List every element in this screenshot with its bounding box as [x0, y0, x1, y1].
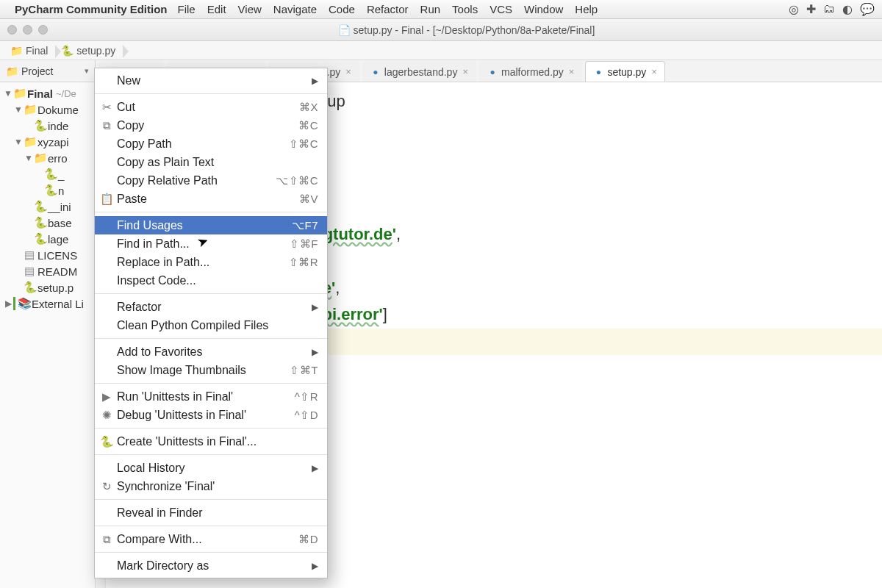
disclosure-icon[interactable]: ▶: [3, 298, 13, 309]
menu-item-add-to-favorites[interactable]: Add to Favorites▶: [95, 343, 327, 361]
menu-vcs[interactable]: VCS: [490, 3, 512, 15]
menu-item-show-image-thumbnails[interactable]: Show Image Thumbnails⇧⌘T: [95, 361, 327, 379]
menu-separator: [95, 454, 327, 455]
tree-node[interactable]: ▼📁Final~/De: [0, 85, 95, 101]
menu-item-find-usages[interactable]: Find Usages⌥F7: [95, 216, 327, 234]
close-icon[interactable]: ×: [651, 66, 657, 77]
disclosure-icon[interactable]: ▼: [3, 88, 13, 98]
menu-view[interactable]: View: [238, 3, 262, 15]
tray-icon[interactable]: 🗂: [823, 2, 835, 16]
file-icon: 📄: [338, 24, 351, 36]
menu-item-copy[interactable]: ⧉Copy⌘C: [95, 116, 327, 135]
submenu-arrow-icon: ▶: [312, 561, 318, 571]
tree-node[interactable]: 🐍lage: [0, 231, 95, 247]
menu-item-label: Reveal in Finder: [117, 506, 203, 520]
context-menu[interactable]: New▶✂Cut⌘X⧉Copy⌘CCopy Path⇧⌘CCopy as Pla…: [94, 68, 328, 578]
project-tool-header[interactable]: 📁 Project ▾: [0, 60, 96, 82]
menu-item-label: Find Usages: [117, 219, 183, 232]
breadcrumb-item[interactable]: 📁Final: [7, 43, 57, 58]
tab-malformed-py[interactable]: ●malformed.py×: [479, 61, 582, 82]
menu-item-label: Run 'Unittests in Final': [117, 390, 233, 404]
close-icon[interactable]: [7, 25, 17, 35]
tree-node[interactable]: 🐍setup.p: [0, 279, 95, 295]
close-icon[interactable]: ×: [462, 66, 468, 77]
tree-node[interactable]: 🐍__ini: [0, 198, 95, 215]
tray-icon[interactable]: ◎: [789, 2, 799, 16]
menu-item-paste[interactable]: 📋Paste⌘V: [95, 190, 327, 208]
menu-item-local-history[interactable]: Local History▶: [95, 459, 327, 477]
menu-item-icon: ▶: [99, 390, 114, 404]
menu-item-label: Copy: [117, 119, 144, 132]
menu-item-refactor[interactable]: Refactor▶: [95, 298, 327, 316]
menu-item-copy-path[interactable]: Copy Path⇧⌘C: [95, 135, 327, 153]
window-titlebar: 📄 setup.py - Final - [~/Desktop/Python/8…: [0, 19, 882, 41]
tree-label: n: [58, 184, 64, 197]
menu-item-copy-as-plain-text[interactable]: Copy as Plain Text: [95, 153, 327, 171]
tray-icon[interactable]: 💬: [860, 2, 875, 16]
menu-item-new[interactable]: New▶: [95, 71, 327, 90]
close-icon[interactable]: ×: [569, 66, 575, 77]
menu-item-debug-unittests-in-final[interactable]: ✺Debug 'Unittests in Final'^⇧D: [95, 406, 327, 424]
menu-item-compare-with[interactable]: ⧉Compare With...⌘D: [95, 530, 327, 548]
menu-item-icon: ⧉: [99, 119, 114, 132]
tab-setup-py[interactable]: ●setup.py×: [585, 61, 665, 82]
python-icon: 🐍: [34, 119, 46, 132]
chevron-down-icon[interactable]: ▾: [85, 66, 89, 76]
menu-tools[interactable]: Tools: [452, 3, 478, 15]
txt-icon: ▤: [24, 248, 35, 262]
zoom-icon[interactable]: [38, 25, 48, 35]
disclosure-icon[interactable]: ▼: [24, 153, 34, 163]
disclosure-icon[interactable]: ▼: [13, 104, 24, 115]
project-tree[interactable]: ▼📁Final~/De▼📁Dokume🐍inde▼📁xyzapi▼📁erro🐍_…: [0, 82, 96, 588]
tree-node[interactable]: 🐍n: [0, 182, 95, 198]
menu-item-synchronize-final[interactable]: ↻Synchronize 'Final': [95, 477, 327, 495]
tree-node[interactable]: ▼📁erro: [0, 150, 95, 166]
menu-code[interactable]: Code: [329, 3, 355, 15]
tree-node[interactable]: ▤READM: [0, 263, 95, 279]
breadcrumb-label: setup.py: [76, 45, 115, 57]
menu-item-reveal-in-finder[interactable]: Reveal in Finder: [95, 503, 327, 522]
menu-item-mark-directory-as[interactable]: Mark Directory as▶: [95, 556, 327, 575]
menu-item-cut[interactable]: ✂Cut⌘X: [95, 98, 327, 116]
menu-help[interactable]: Help: [575, 3, 598, 15]
tree-node[interactable]: ▼📁Dokume: [0, 101, 95, 118]
menu-item-create-unittests-in-final[interactable]: 🐍Create 'Unittests in Final'...: [95, 432, 327, 451]
close-icon[interactable]: ×: [345, 66, 351, 77]
menu-refactor[interactable]: Refactor: [367, 3, 409, 15]
traffic-lights[interactable]: [7, 25, 48, 35]
tree-node[interactable]: 🐍base: [0, 215, 95, 231]
menu-navigate[interactable]: Navigate: [273, 3, 317, 15]
python-icon: 🐍: [34, 200, 46, 213]
tab-lagerbestand-py[interactable]: ●lagerbestand.py×: [362, 61, 476, 82]
app-name[interactable]: PyCharm Community Edition: [15, 3, 168, 15]
menu-item-find-in-path[interactable]: Find in Path...⇧⌘F: [95, 234, 327, 253]
menu-window[interactable]: Window: [524, 3, 563, 15]
menu-item-copy-relative-path[interactable]: Copy Relative Path⌥⇧⌘C: [95, 171, 327, 190]
menu-edit[interactable]: Edit: [207, 3, 226, 15]
menu-run[interactable]: Run: [420, 3, 441, 15]
tree-label: xyzapi: [37, 136, 69, 148]
tree-node[interactable]: ▶📚External Li: [0, 295, 95, 312]
submenu-arrow-icon: ▶: [312, 76, 318, 86]
tree-node[interactable]: 🐍inde: [0, 118, 95, 134]
submenu-arrow-icon: ▶: [312, 347, 318, 357]
menu-file[interactable]: File: [178, 3, 196, 15]
menu-separator: [95, 428, 327, 429]
minimize-icon[interactable]: [23, 25, 32, 35]
tree-label: LICENS: [37, 249, 77, 262]
tray-icon[interactable]: ✚: [806, 2, 816, 16]
disclosure-icon[interactable]: ▼: [13, 137, 24, 147]
menu-item-inspect-code[interactable]: Inspect Code...: [95, 271, 327, 290]
tree-node[interactable]: ▤LICENS: [0, 247, 95, 263]
menu-item-run-unittests-in-final[interactable]: ▶Run 'Unittests in Final'^⇧R: [95, 387, 327, 406]
breadcrumb-item[interactable]: 🐍setup.py: [58, 43, 124, 58]
tree-node[interactable]: 🐍_: [0, 166, 95, 182]
tree-label: __ini: [48, 201, 71, 213]
tree-node[interactable]: ▼📁xyzapi: [0, 134, 95, 150]
tab-label: malformed.py: [501, 66, 564, 78]
menu-item-label: Local History: [117, 462, 184, 475]
tray-icon[interactable]: ◐: [842, 2, 853, 16]
menu-item-label: New: [117, 74, 140, 87]
menu-item-replace-in-path[interactable]: Replace in Path...⇧⌘R: [95, 253, 327, 271]
menu-item-clean-python-compiled-files[interactable]: Clean Python Compiled Files: [95, 316, 327, 334]
